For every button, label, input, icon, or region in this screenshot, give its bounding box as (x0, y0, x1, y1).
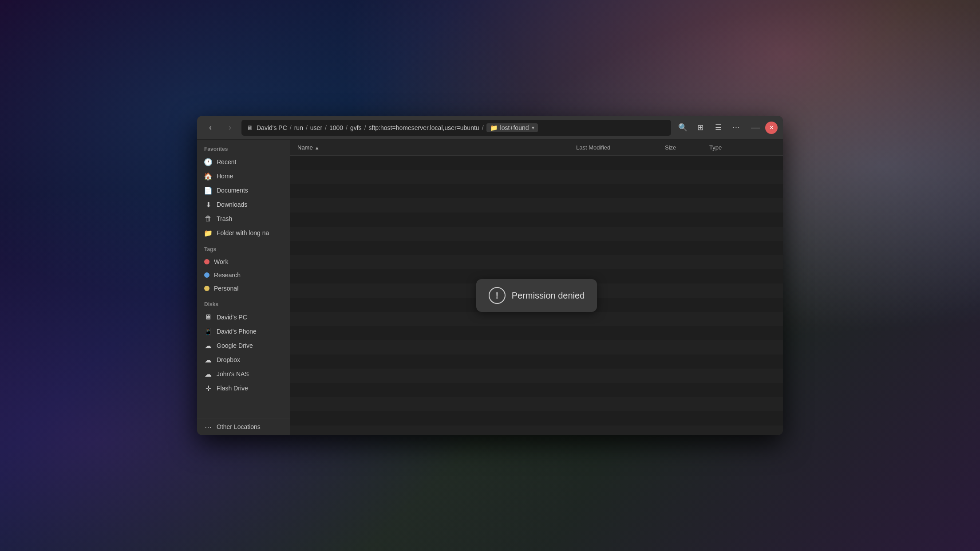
sidebar-item-work[interactable]: Work (197, 255, 290, 268)
sidebar-item-label: David's PC (217, 314, 247, 321)
column-last-modified[interactable]: Last Modified (576, 144, 665, 151)
sidebar-item-dropbox[interactable]: ☁ Dropbox (197, 353, 290, 367)
cloud-icon: ☁ (204, 342, 212, 350)
sidebar-item-google-drive[interactable]: ☁ Google Drive (197, 338, 290, 353)
window-controls: — ✕ (749, 122, 778, 134)
back-button[interactable]: ‹ (202, 120, 218, 136)
tags-label: Tags (197, 240, 290, 255)
sidebar-item-label: Flash Drive (217, 385, 248, 392)
forward-icon: › (229, 123, 231, 132)
file-area: Name ▲ Last Modified Size Type (290, 140, 783, 435)
phone-icon: 📱 (204, 327, 212, 335)
file-list-content: ! Permission denied (290, 156, 783, 435)
recent-icon: 🕐 (204, 158, 212, 166)
breadcrumb-segment-3: 1000 (329, 124, 343, 131)
folder-long-icon: 📁 (204, 229, 212, 237)
breadcrumb-segment-1: run (294, 124, 303, 131)
other-locations-icon: ⋯ (204, 423, 212, 431)
sidebar-item-label: Work (214, 258, 228, 265)
grid-icon: ⊞ (697, 123, 703, 132)
sidebar-item-home[interactable]: 🏠 Home (197, 169, 290, 183)
close-button[interactable]: ✕ (765, 122, 778, 134)
favorites-label: Favorites (197, 140, 290, 155)
sidebar-item-johns-nas[interactable]: ☁ John's NAS (197, 367, 290, 381)
work-tag-dot (204, 259, 209, 264)
chevron-down-icon: ▾ (532, 125, 534, 131)
column-headers: Name ▲ Last Modified Size Type (290, 140, 783, 156)
sidebar-item-label: Recent (217, 158, 236, 165)
sidebar-item-personal[interactable]: Personal (197, 282, 290, 295)
sidebar-item-label: Research (214, 272, 241, 279)
home-icon: 🏠 (204, 172, 212, 180)
sidebar-item-research[interactable]: Research (197, 268, 290, 282)
folder-icon: 📁 (490, 124, 498, 131)
breadcrumb[interactable]: 🖥 David's PC / run / user / 1000 / gvfs … (241, 120, 671, 136)
sidebar-item-trash[interactable]: 🗑 Trash (197, 212, 290, 226)
trash-icon: 🗑 (204, 215, 212, 223)
titlebar: ‹ › 🖥 David's PC / run / user / 1000 / g… (197, 116, 783, 140)
search-icon: 🔍 (678, 123, 688, 132)
forward-button[interactable]: › (222, 120, 238, 136)
personal-tag-dot (204, 286, 209, 291)
research-tag-dot (204, 272, 209, 278)
sidebar-item-label: Personal (214, 285, 238, 292)
permission-denied-dialog: ! Permission denied (476, 279, 597, 312)
permission-denied-icon: ! (489, 287, 506, 304)
computer-icon: 🖥 (247, 124, 253, 131)
breadcrumb-segment-2: user (310, 124, 322, 131)
sidebar-item-documents[interactable]: 📄 Documents (197, 183, 290, 197)
downloads-icon: ⬇ (204, 201, 212, 209)
list-view-button[interactable]: ☰ (710, 120, 726, 136)
toolbar-icons: 🔍 ⊞ ☰ ⋯ (675, 120, 744, 136)
grid-view-button[interactable]: ⊞ (692, 120, 708, 136)
sidebar-footer: ⋯ Other Locations (197, 418, 290, 435)
sidebar-item-label: Home (217, 173, 233, 180)
column-name[interactable]: Name ▲ (297, 144, 576, 151)
sidebar-item-label: Trash (217, 215, 232, 222)
sidebar-item-other-locations[interactable]: ⋯ Other Locations (197, 418, 290, 435)
permission-denied-text: Permission denied (512, 291, 585, 301)
nas-icon: ☁ (204, 370, 212, 378)
flash-drive-icon: ✛ (204, 384, 212, 392)
column-type[interactable]: Type (709, 144, 776, 151)
sidebar-item-label: David's Phone (217, 328, 257, 335)
sidebar-item-label: Downloads (217, 201, 247, 208)
pc-icon: 🖥 (204, 313, 212, 321)
current-folder-label: lost+found (500, 124, 529, 131)
sidebar-item-label: Documents (217, 187, 248, 194)
close-icon: ✕ (769, 124, 774, 131)
sidebar-item-downloads[interactable]: ⬇ Downloads (197, 197, 290, 212)
more-icon: ⋯ (732, 123, 740, 132)
disks-label: Disks (197, 295, 290, 310)
column-size[interactable]: Size (665, 144, 709, 151)
sidebar-item-label: Folder with long na (217, 229, 269, 236)
main-content: Favorites 🕐 Recent 🏠 Home 📄 Documents ⬇ … (197, 140, 783, 435)
current-folder[interactable]: 📁 lost+found ▾ (486, 123, 538, 132)
search-button[interactable]: 🔍 (675, 120, 691, 136)
minimize-icon: — (751, 122, 760, 133)
documents-icon: 📄 (204, 186, 212, 194)
minimize-button[interactable]: — (749, 122, 762, 134)
sidebar-item-davids-phone[interactable]: 📱 David's Phone (197, 324, 290, 338)
breadcrumb-segment-5: sftp:host=homeserver.local,user=ubuntu (369, 124, 479, 131)
sidebar-item-flash-drive[interactable]: ✛ Flash Drive (197, 381, 290, 395)
sidebar-item-recent[interactable]: 🕐 Recent (197, 155, 290, 169)
sidebar-item-davids-pc[interactable]: 🖥 David's PC (197, 310, 290, 324)
dropbox-icon: ☁ (204, 356, 212, 364)
menu-button[interactable]: ⋯ (728, 120, 744, 136)
list-icon: ☰ (715, 123, 722, 132)
sidebar-item-label: Google Drive (217, 342, 253, 349)
sidebar-item-label: Dropbox (217, 356, 240, 363)
file-manager-window: ‹ › 🖥 David's PC / run / user / 1000 / g… (197, 116, 783, 435)
sidebar: Favorites 🕐 Recent 🏠 Home 📄 Documents ⬇ … (197, 140, 290, 435)
sort-asc-icon: ▲ (315, 145, 320, 150)
sidebar-item-label: John's NAS (217, 370, 249, 378)
breadcrumb-segment-4: gvfs (350, 124, 362, 131)
sidebar-item-folder-long[interactable]: 📁 Folder with long na (197, 226, 290, 240)
back-icon: ‹ (209, 123, 212, 132)
breadcrumb-segment-0: David's PC (257, 124, 287, 131)
sidebar-item-label: Other Locations (217, 423, 261, 430)
